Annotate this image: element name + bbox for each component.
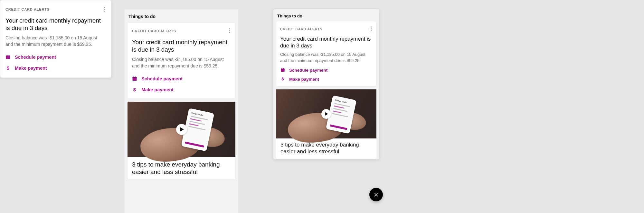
make-payment-label: Make payment: [141, 87, 174, 92]
schedule-payment-label: Schedule payment: [289, 68, 327, 73]
things-to-do-panel: Things to do CREDIT CARD ALERTS Your cre…: [124, 9, 239, 213]
svg-rect-3: [135, 76, 136, 77]
dollar-icon: $: [5, 66, 11, 71]
play-icon[interactable]: [176, 124, 187, 135]
close-button[interactable]: [369, 188, 383, 201]
svg-rect-7: [281, 69, 284, 70]
card-actions: Schedule payment $ Make payment: [0, 50, 111, 77]
schedule-payment-button[interactable]: Schedule payment: [132, 73, 231, 84]
schedule-payment-label: Schedule payment: [15, 55, 56, 60]
things-to-do-heading: Things to do: [273, 9, 379, 21]
tips-video-title: 3 tips to make everyday banking easier a…: [128, 157, 235, 179]
more-vertical-icon[interactable]: [229, 27, 231, 35]
svg-text:$: $: [133, 87, 136, 92]
card-actions: Schedule payment $ Make payment: [276, 65, 376, 86]
more-vertical-icon[interactable]: [370, 25, 372, 33]
svg-text:$: $: [7, 66, 10, 71]
svg-rect-8: [282, 68, 282, 69]
card-eyebrow: CREDIT CARD ALERTS: [132, 29, 176, 33]
calendar-icon: [5, 55, 11, 60]
card-actions: Schedule payment $ Make payment: [128, 72, 235, 98]
schedule-payment-label: Schedule payment: [141, 76, 183, 81]
card-header: CREDIT CARD ALERTS: [5, 5, 106, 13]
card-title: Your credit card monthly repayment is du…: [132, 38, 231, 53]
credit-card-alert-card: CREDIT CARD ALERTS Your credit card mont…: [276, 21, 376, 86]
svg-rect-9: [283, 68, 284, 69]
svg-rect-1: [133, 77, 137, 78]
calendar-icon: [132, 76, 137, 81]
more-vertical-icon[interactable]: [104, 5, 106, 13]
schedule-payment-button[interactable]: Schedule payment: [280, 66, 372, 75]
things-to-do-heading: Things to do: [125, 9, 238, 22]
dollar-icon: $: [280, 76, 285, 82]
card-body: Closing balance was -$1,185.00 on 15 Aug…: [132, 56, 231, 69]
make-payment-label: Make payment: [15, 66, 47, 71]
card-title: Your credit card monthly repayment is du…: [5, 17, 106, 32]
svg-rect-15: [9, 55, 9, 56]
svg-text:$: $: [282, 77, 284, 82]
tips-video-title: 3 tips to make everyday banking easier a…: [276, 138, 376, 159]
card-body: Closing balance was -$1,185.00 on 15 Aug…: [280, 52, 372, 64]
svg-marker-5: [180, 127, 184, 132]
card-header: CREDIT CARD ALERTS: [280, 25, 372, 33]
video-thumbnail: Things to do: [128, 102, 235, 157]
card-header: CREDIT CARD ALERTS: [132, 27, 231, 35]
card-body: Closing balance was -$1,185.00 on 15 Aug…: [5, 35, 106, 48]
svg-marker-11: [325, 112, 328, 116]
tips-video-card[interactable]: Things to do 3 tips to make everyday ban…: [276, 89, 376, 159]
dollar-icon: $: [132, 87, 137, 92]
card-eyebrow: CREDIT CARD ALERTS: [280, 27, 322, 31]
credit-card-alert-card-standalone: CREDIT CARD ALERTS Your credit card mont…: [0, 0, 111, 78]
card-title: Your credit card monthly repayment is du…: [280, 36, 372, 49]
calendar-icon: [280, 67, 285, 73]
make-payment-button[interactable]: $ Make payment: [280, 75, 372, 84]
credit-card-alert-card: CREDIT CARD ALERTS Your credit card mont…: [127, 22, 236, 99]
make-payment-label: Make payment: [289, 77, 319, 82]
svg-rect-14: [7, 55, 7, 56]
video-thumbnail: Things to do: [276, 89, 376, 138]
svg-rect-13: [6, 56, 10, 56]
tips-video-card[interactable]: Things to do 3 tips to make everyday ban…: [127, 101, 236, 180]
svg-rect-2: [133, 76, 134, 77]
make-payment-button[interactable]: $ Make payment: [5, 63, 106, 74]
make-payment-button[interactable]: $ Make payment: [132, 84, 231, 95]
close-icon: [374, 192, 378, 197]
schedule-payment-button[interactable]: Schedule payment: [5, 52, 106, 63]
things-to-do-panel-compact: Things to do CREDIT CARD ALERTS Your cre…: [273, 9, 379, 159]
card-eyebrow: CREDIT CARD ALERTS: [5, 7, 50, 11]
